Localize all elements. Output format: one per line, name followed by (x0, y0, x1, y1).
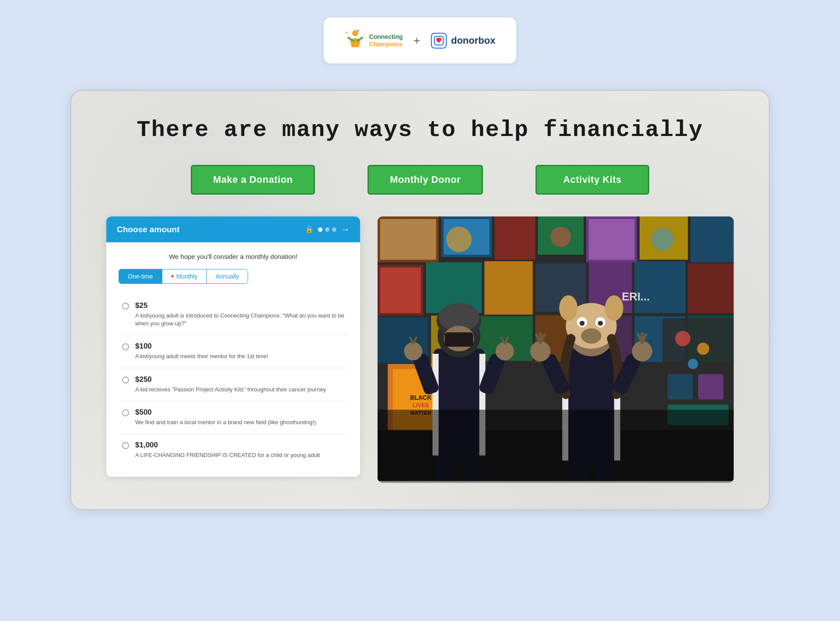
svg-point-75 (530, 341, 551, 362)
donation-option-1000[interactable]: $1,000 A LIFE-CHANGING FRIENDSHIP IS CRE… (119, 434, 348, 466)
connecting-text: Connecting (369, 33, 403, 41)
svg-point-32 (446, 227, 472, 252)
donation-option-100[interactable]: $100 A kid/young adult meets their mento… (119, 335, 348, 368)
widget-header-title: Choose amount (117, 225, 180, 234)
donation-widget: Choose amount 🔒 → We hope you'll conside… (106, 216, 360, 477)
svg-text:ERI...: ERI... (622, 290, 650, 303)
svg-rect-11 (494, 216, 535, 260)
svg-rect-8 (380, 219, 436, 260)
logo-bar: Connecting Champions + donorbox (324, 17, 517, 63)
one-time-tab[interactable]: One-time (119, 269, 162, 283)
main-card: There are many ways to help financially … (70, 90, 770, 510)
svg-rect-93 (668, 374, 693, 399)
option-amount-25: $25 (135, 301, 344, 310)
page-title: There are many ways to help financially (106, 117, 734, 143)
radio-1000[interactable] (122, 442, 129, 449)
radio-25[interactable] (122, 303, 129, 310)
svg-point-69 (580, 321, 585, 326)
star-icon (345, 28, 366, 53)
plus-separator: + (413, 34, 420, 48)
svg-rect-94 (698, 374, 724, 399)
svg-point-66 (581, 328, 602, 344)
next-arrow-icon[interactable]: → (341, 224, 350, 234)
dot-3 (332, 227, 336, 232)
svg-rect-23 (634, 261, 685, 313)
option-desc-500: We find and train a local mentor in a br… (135, 419, 318, 426)
dot-1 (318, 227, 322, 232)
svg-point-90 (675, 331, 690, 346)
widget-header-icons: 🔒 → (305, 224, 350, 234)
svg-text:LIVES: LIVES (413, 402, 429, 408)
svg-rect-24 (688, 263, 734, 313)
svg-point-91 (697, 342, 709, 355)
option-desc-1000: A LIFE-CHANGING FRIENDSHIP IS CREATED fo… (135, 451, 320, 459)
svg-rect-48 (444, 332, 473, 347)
option-amount-1000: $1,000 (135, 441, 320, 450)
svg-point-0 (352, 30, 358, 36)
donorbox-logo: donorbox (431, 33, 495, 49)
activity-kits-button[interactable]: Activity Kits (536, 165, 649, 195)
option-content-1000: $1,000 A LIFE-CHANGING FRIENDSHIP IS CRE… (135, 441, 320, 459)
option-amount-250: $250 (135, 375, 326, 384)
svg-rect-14 (589, 219, 635, 260)
svg-point-33 (550, 227, 571, 247)
option-content-25: $25 A kid/young adult is introduced to C… (135, 301, 344, 328)
connecting-champions-text: Connecting Champions (369, 33, 403, 48)
donation-options: $25 A kid/young adult is introduced to C… (119, 294, 348, 466)
monthly-tab-label: Monthly (176, 273, 198, 280)
donation-option-500[interactable]: $500 We find and train a local mentor in… (119, 401, 348, 434)
option-content-100: $100 A kid/young adult meets their mento… (135, 342, 268, 360)
progress-dots (318, 227, 336, 232)
donation-option-250[interactable]: $250 A kid receives "Passion Project Act… (119, 368, 348, 401)
donation-option-25[interactable]: $25 A kid/young adult is introduced to C… (119, 294, 348, 335)
svg-point-70 (598, 321, 603, 326)
option-amount-100: $100 (135, 342, 268, 351)
photo-image: BLACK LIVES MATTER (378, 216, 734, 481)
option-content-250: $250 A kid receives "Passion Project Act… (135, 375, 326, 394)
action-buttons-row: Make a Donation Monthly Donor Activity K… (106, 165, 734, 195)
dot-2 (325, 227, 329, 232)
svg-point-71 (559, 295, 578, 321)
frequency-tabs: One-time ♥ Monthly Annually (119, 269, 248, 284)
svg-point-52 (496, 342, 514, 360)
widget-body: We hope you'll consider a monthly donati… (106, 242, 360, 477)
radio-500[interactable] (122, 409, 129, 416)
connecting-champions-logo: Connecting Champions (345, 28, 403, 53)
option-desc-100: A kid/young adult meets their mentor for… (135, 352, 268, 360)
monthly-donor-button[interactable]: Monthly Donor (368, 165, 483, 195)
svg-rect-97 (378, 410, 734, 481)
svg-rect-16 (690, 216, 734, 262)
svg-point-72 (605, 295, 623, 321)
svg-rect-18 (380, 267, 421, 313)
donorbox-icon (431, 33, 447, 49)
heart-icon: ♥ (171, 273, 174, 279)
svg-point-51 (404, 342, 422, 360)
content-area: Choose amount 🔒 → We hope you'll conside… (106, 216, 734, 483)
widget-header: Choose amount 🔒 → (106, 216, 360, 242)
photo-container: BLACK LIVES MATTER (378, 216, 734, 483)
monthly-tab[interactable]: ♥ Monthly (162, 269, 207, 283)
widget-tagline: We hope you'll consider a monthly donati… (119, 253, 348, 260)
make-donation-button[interactable]: Make a Donation (191, 165, 315, 195)
champions-text: Champions (369, 41, 403, 48)
lock-icon: 🔒 (305, 225, 314, 234)
svg-marker-3 (345, 31, 348, 34)
svg-point-76 (632, 341, 652, 362)
svg-point-92 (688, 359, 698, 369)
radio-100[interactable] (122, 343, 129, 350)
svg-rect-20 (484, 261, 532, 314)
donorbox-text: donorbox (451, 35, 495, 46)
option-content-500: $500 We find and train a local mentor in… (135, 408, 318, 426)
annually-tab[interactable]: Annually (207, 269, 248, 283)
svg-point-34 (651, 228, 674, 251)
svg-text:BLACK: BLACK (410, 394, 431, 401)
radio-250[interactable] (122, 377, 129, 384)
option-desc-250: A kid receives "Passion Project Activity… (135, 386, 326, 394)
option-amount-500: $500 (135, 408, 318, 417)
option-desc-25: A kid/young adult is introduced to Conne… (135, 312, 344, 328)
